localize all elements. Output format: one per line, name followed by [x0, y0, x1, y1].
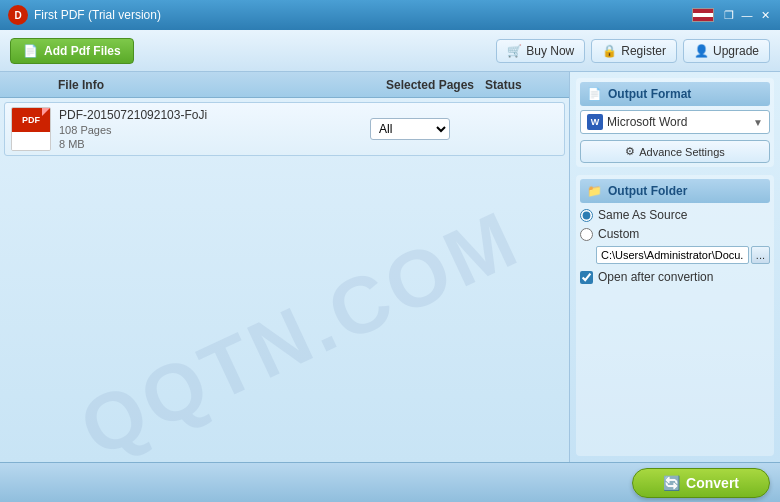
convert-button[interactable]: 🔄 Convert [632, 468, 770, 498]
app-logo: D [8, 5, 28, 25]
toolbar-right: 🛒 Buy Now 🔒 Register 👤 Upgrade [496, 39, 770, 63]
output-format-section: 📄 Output Format W Microsoft Word ▼ ⚙ Adv… [576, 78, 774, 167]
file-name: PDF-20150721092103-FoJi [59, 108, 239, 122]
upgrade-icon: 👤 [694, 44, 709, 58]
col-info-header: File Info [54, 78, 375, 92]
output-folder-title: Output Folder [608, 184, 687, 198]
open-after-checkbox[interactable] [580, 271, 593, 284]
convert-label: Convert [686, 475, 739, 491]
pages-select-container[interactable]: All Custom 1-10 1-50 [370, 118, 460, 140]
same-as-source-label: Same As Source [598, 208, 687, 222]
gear-icon: ⚙ [625, 145, 635, 158]
advance-settings-button[interactable]: ⚙ Advance Settings [580, 140, 770, 163]
cart-icon: 🛒 [507, 44, 522, 58]
pages-select[interactable]: All Custom 1-10 1-50 [370, 118, 450, 140]
convert-icon: 🔄 [663, 475, 680, 491]
custom-label: Custom [598, 227, 639, 241]
register-label: Register [621, 44, 666, 58]
output-folder-header: 📁 Output Folder [580, 179, 770, 203]
custom-path-input[interactable] [596, 246, 749, 264]
bottom-bar: 🔄 Convert [0, 462, 780, 502]
output-folder-section: 📁 Output Folder Same As Source Custom ..… [576, 175, 774, 456]
main-content: QQTN.COM File Info Selected Pages Status… [0, 72, 780, 462]
open-after-row[interactable]: Open after convertion [580, 270, 770, 284]
file-icon-container: PDF [9, 107, 53, 151]
browse-button[interactable]: ... [751, 246, 770, 264]
file-table-header: File Info Selected Pages Status [0, 72, 569, 98]
pdf-icon: PDF [11, 107, 51, 151]
register-button[interactable]: 🔒 Register [591, 39, 677, 63]
minimize-button[interactable]: — [740, 8, 754, 22]
advance-settings-label: Advance Settings [639, 146, 725, 158]
app-title: First PDF (Trial version) [34, 8, 692, 22]
same-as-source-radio[interactable] [580, 209, 593, 222]
col-pages-header: Selected Pages [375, 78, 485, 92]
path-row: ... [596, 246, 770, 264]
file-pages: 108 Pages [59, 124, 370, 136]
format-label: Microsoft Word [607, 115, 749, 129]
right-panel: 📄 Output Format W Microsoft Word ▼ ⚙ Adv… [570, 72, 780, 462]
lock-icon: 🔒 [602, 44, 617, 58]
add-icon: 📄 [23, 44, 38, 58]
open-after-label: Open after convertion [598, 270, 713, 284]
table-row: PDF PDF-20150721092103-FoJi 108 Pages 8 … [4, 102, 565, 156]
file-list: PDF PDF-20150721092103-FoJi 108 Pages 8 … [0, 98, 569, 462]
toolbar: 📄 Add Pdf Files 🛒 Buy Now 🔒 Register 👤 U… [0, 30, 780, 72]
word-icon: W [587, 114, 603, 130]
file-panel: File Info Selected Pages Status PDF PDF-… [0, 72, 570, 462]
pdf-icon-fold [42, 108, 50, 116]
dropdown-arrow-icon: ▼ [753, 117, 763, 128]
custom-radio[interactable] [580, 228, 593, 241]
add-pdf-label: Add Pdf Files [44, 44, 121, 58]
upgrade-button[interactable]: 👤 Upgrade [683, 39, 770, 63]
upgrade-label: Upgrade [713, 44, 759, 58]
output-format-title: Output Format [608, 87, 691, 101]
file-size: 8 MB [59, 138, 370, 150]
close-button[interactable]: ✕ [758, 8, 772, 22]
window-controls: ❐ — ✕ [692, 8, 772, 22]
format-select-row[interactable]: W Microsoft Word ▼ [580, 110, 770, 134]
buy-now-label: Buy Now [526, 44, 574, 58]
add-pdf-button[interactable]: 📄 Add Pdf Files [10, 38, 134, 64]
buy-now-button[interactable]: 🛒 Buy Now [496, 39, 585, 63]
language-flag[interactable] [692, 8, 714, 22]
file-info: PDF-20150721092103-FoJi 108 Pages 8 MB [59, 108, 370, 150]
col-status-header: Status [485, 78, 565, 92]
restore-button[interactable]: ❐ [722, 8, 736, 22]
titlebar: D First PDF (Trial version) ❐ — ✕ [0, 0, 780, 30]
output-format-icon: 📄 [586, 86, 602, 102]
output-folder-icon: 📁 [586, 183, 602, 199]
output-format-header: 📄 Output Format [580, 82, 770, 106]
same-as-source-row[interactable]: Same As Source [580, 208, 770, 222]
custom-folder-row[interactable]: Custom [580, 227, 770, 241]
